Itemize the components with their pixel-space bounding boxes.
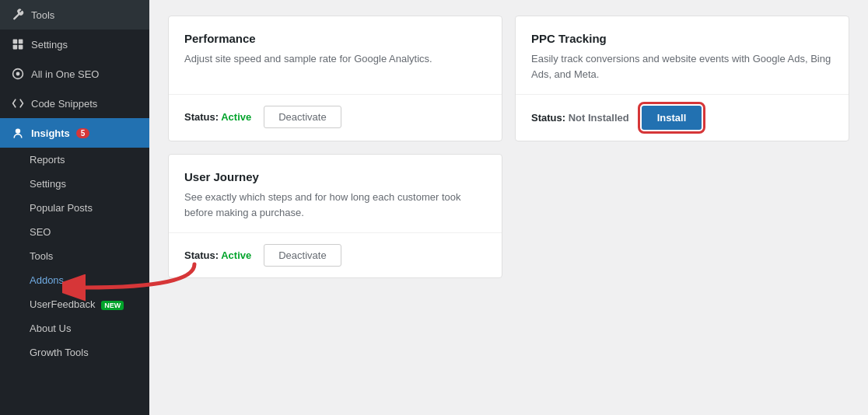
ppc-tracking-status-value: Not Installed xyxy=(569,112,629,124)
ppc-tracking-card: PPC Tracking Easily track conversions an… xyxy=(515,16,849,141)
sidebar-item-insights-label: Insights xyxy=(31,127,70,139)
submenu-item-addons[interactable]: Addons xyxy=(0,268,149,292)
performance-status-label: Status: Active xyxy=(184,111,251,123)
submenu-item-about-us[interactable]: About Us xyxy=(0,316,149,340)
sidebar-item-insights[interactable]: Insights 5 xyxy=(0,118,149,148)
submenu-item-tools[interactable]: Tools xyxy=(0,244,149,268)
main-content: Performance Adjust site speed and sample… xyxy=(149,0,868,415)
user-journey-status-value: Active xyxy=(221,249,251,261)
new-badge: NEW xyxy=(101,301,124,310)
tools-icon xyxy=(11,8,25,22)
user-journey-card-body: User Journey See exactly which steps and… xyxy=(169,155,502,232)
submenu-item-growth-tools[interactable]: Growth Tools xyxy=(0,340,149,364)
user-journey-status-label: Status: Active xyxy=(184,249,251,261)
ppc-tracking-card-desc: Easily track conversions and website eve… xyxy=(531,51,833,82)
user-journey-card: User Journey See exactly which steps and… xyxy=(168,154,502,278)
insights-badge: 5 xyxy=(76,128,90,138)
submenu-item-reports[interactable]: Reports xyxy=(0,148,149,172)
ppc-tracking-card-title: PPC Tracking xyxy=(531,32,833,45)
submenu-item-settings[interactable]: Settings xyxy=(0,172,149,196)
cards-grid: Performance Adjust site speed and sample… xyxy=(168,16,849,278)
user-journey-card-desc: See exactly which steps and for how long… xyxy=(184,190,486,220)
performance-deactivate-button[interactable]: Deactivate xyxy=(264,106,341,128)
sidebar-item-settings-label: Settings xyxy=(31,39,68,51)
aio-seo-icon xyxy=(11,67,25,81)
ppc-tracking-card-body: PPC Tracking Easily track conversions an… xyxy=(516,16,849,94)
submenu-item-seo[interactable]: SEO xyxy=(0,220,149,244)
user-journey-deactivate-button[interactable]: Deactivate xyxy=(264,244,341,267)
sidebar-item-tools-label: Tools xyxy=(31,9,54,21)
user-journey-card-footer: Status: Active Deactivate xyxy=(169,232,502,277)
performance-card: Performance Adjust site speed and sample… xyxy=(168,16,502,141)
submenu-item-popular-posts[interactable]: Popular Posts xyxy=(0,196,149,220)
sidebar-item-settings[interactable]: Settings xyxy=(0,30,149,59)
sidebar: Tools Settings All in One SEO xyxy=(0,0,149,415)
performance-card-title: Performance xyxy=(184,32,486,45)
performance-card-footer: Status: Active Deactivate xyxy=(169,94,502,139)
insights-submenu: Reports Settings Popular Posts SEO Tools… xyxy=(0,148,149,364)
svg-point-5 xyxy=(16,72,20,76)
svg-rect-2 xyxy=(13,45,18,50)
svg-rect-1 xyxy=(19,40,23,44)
ppc-tracking-status-label: Status: Not Installed xyxy=(531,112,629,124)
sidebar-item-aio-seo-label: All in One SEO xyxy=(31,68,99,80)
settings-icon xyxy=(11,37,25,51)
ppc-tracking-card-footer: Status: Not Installed Install xyxy=(516,94,849,141)
ppc-tracking-install-button[interactable]: Install xyxy=(642,106,702,130)
svg-point-6 xyxy=(16,128,20,133)
sidebar-item-tools[interactable]: Tools xyxy=(0,0,149,30)
performance-card-desc: Adjust site speed and sample rate for Go… xyxy=(184,51,486,67)
submenu-item-userfeedback[interactable]: UserFeedback NEW xyxy=(0,292,149,316)
svg-rect-0 xyxy=(13,40,18,44)
svg-rect-3 xyxy=(19,45,23,50)
sidebar-item-aio-seo[interactable]: All in One SEO xyxy=(0,59,149,89)
performance-status-value: Active xyxy=(221,111,251,123)
insights-icon xyxy=(11,126,25,140)
performance-card-body: Performance Adjust site speed and sample… xyxy=(169,16,502,94)
user-journey-card-title: User Journey xyxy=(184,170,486,183)
sidebar-item-code-snippets[interactable]: Code Snippets xyxy=(0,89,149,118)
sidebar-item-code-snippets-label: Code Snippets xyxy=(31,98,97,110)
code-snippets-icon xyxy=(11,96,25,110)
